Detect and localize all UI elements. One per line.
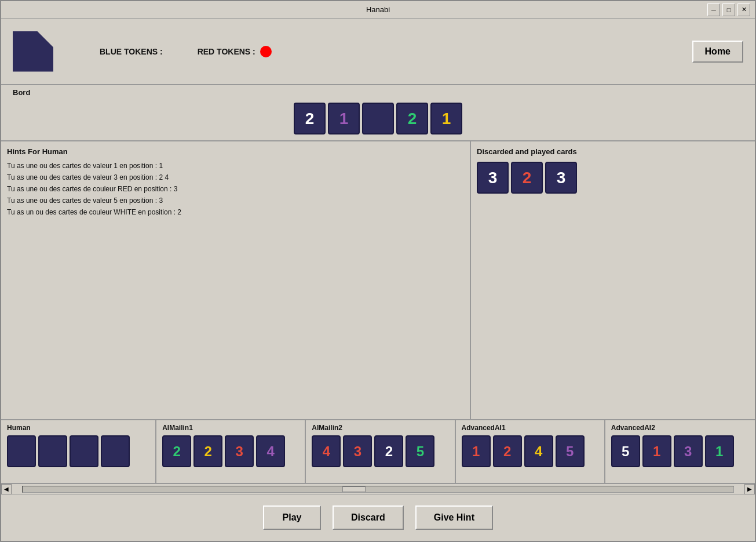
player-aimalin1-cards: 2 2 3 4: [162, 435, 299, 467]
advancedai2-card-0[interactable]: 5: [611, 435, 640, 467]
player-aimalin2-name: AIMailin2: [312, 424, 448, 432]
scrollbar-track[interactable]: [22, 486, 734, 493]
aimalin2-card-2[interactable]: 2: [374, 435, 403, 467]
aimalin2-card-3[interactable]: 5: [406, 435, 434, 467]
hint-line-2: Tu as une ou des cartes de couleur RED e…: [7, 185, 464, 193]
give-hint-button[interactable]: Give Hint: [415, 505, 493, 530]
red-tokens-label: RED TOKENS :: [198, 47, 255, 56]
minimize-button[interactable]: ─: [707, 3, 720, 16]
hint-line-4: Tu as un ou des cartes de couleur WHITE …: [7, 208, 464, 216]
red-token-icon: [260, 46, 272, 57]
play-button[interactable]: Play: [263, 505, 321, 530]
advancedai1-card-3[interactable]: 5: [556, 435, 585, 467]
aimalin2-card-0[interactable]: 4: [312, 435, 341, 467]
advancedai1-card-2[interactable]: 4: [524, 435, 553, 467]
aimalin1-card-2[interactable]: 3: [225, 435, 254, 467]
board-card-3: 2: [396, 103, 428, 134]
aimalin1-card-1[interactable]: 2: [193, 435, 222, 467]
board-card-4: 1: [430, 103, 462, 134]
hint-line-3: Tu as une ou des cartes de valeur 5 en p…: [7, 197, 464, 205]
board-card-1: 1: [328, 103, 360, 134]
player-aimalin2: AIMailin2 4 3 2 5: [306, 420, 455, 483]
board-section: Bord 2 1 2 1: [1, 85, 755, 141]
scrollbar-right-arrow[interactable]: ▶: [744, 484, 755, 494]
scrollbar-thumb[interactable]: [342, 486, 366, 492]
aimalin2-card-1[interactable]: 3: [343, 435, 372, 467]
discarded-card-0: 3: [477, 162, 509, 194]
player-advancedai1-name: AdvancedAI1: [462, 424, 598, 432]
player-human-cards: [7, 435, 149, 467]
hint-line-1: Tu as une ou des cartes de valeur 3 en p…: [7, 173, 464, 181]
player-aimalin1-name: AIMailin1: [162, 424, 299, 432]
close-button[interactable]: ✕: [737, 3, 750, 16]
scrollbar[interactable]: ◀ ▶: [1, 484, 755, 494]
player-human: Human: [1, 420, 156, 483]
hints-panel: Hints For Human Tu as une ou des cartes …: [1, 141, 471, 419]
human-card-3[interactable]: [101, 435, 130, 467]
player-aimalin2-cards: 4 3 2 5: [312, 435, 448, 467]
discarded-card-1: 2: [511, 162, 543, 194]
advancedai1-card-0[interactable]: 1: [462, 435, 491, 467]
advancedai2-card-2[interactable]: 3: [674, 435, 703, 467]
board-card-0: 2: [294, 103, 326, 134]
header: BLUE TOKENS : RED TOKENS : Home: [1, 19, 755, 85]
hint-line-0: Tu as une ou des cartes de valeur 1 en p…: [7, 162, 464, 170]
hints-title: Hints For Human: [7, 147, 464, 156]
discarded-title: Discarded and played cards: [477, 147, 749, 156]
player-aimalin1: AIMailin1 2 2 3 4: [156, 420, 306, 483]
aimalin1-card-3[interactable]: 4: [256, 435, 285, 467]
discard-button[interactable]: Discard: [333, 505, 404, 530]
player-advancedai1: AdvancedAI1 1 2 4 5: [456, 420, 605, 483]
scrollbar-left-arrow[interactable]: ◀: [1, 484, 12, 494]
maximize-button[interactable]: □: [722, 3, 735, 16]
players-section: Human AIMailin1 2 2 3 4 AIMailin2 4 3: [1, 420, 755, 484]
human-card-2[interactable]: [70, 435, 98, 467]
discarded-panel: Discarded and played cards 3 2 3: [471, 141, 755, 419]
player-advancedai2-name: AdvancedAI2: [611, 424, 749, 432]
player-advancedai1-cards: 1 2 4 5: [462, 435, 598, 467]
window-title: Hanabi: [366, 5, 390, 14]
board-cards: 2 1 2 1: [13, 100, 743, 137]
board-label: Bord: [13, 88, 743, 97]
advancedai1-card-1[interactable]: 2: [493, 435, 522, 467]
action-buttons: Play Discard Give Hint: [1, 494, 755, 541]
aimalin1-card-0[interactable]: 2: [162, 435, 191, 467]
board-card-2: [362, 103, 394, 134]
human-card-1[interactable]: [38, 435, 67, 467]
discarded-cards: 3 2 3: [477, 162, 749, 194]
player-advancedai2: AdvancedAI2 5 1 3 1: [605, 420, 755, 483]
tokens-area: BLUE TOKENS : RED TOKENS :: [100, 46, 743, 57]
main-window: Hanabi ─ □ ✕ BLUE TOKENS : RED TOKENS : …: [0, 0, 756, 542]
player-advancedai2-cards: 5 1 3 1: [611, 435, 749, 467]
discarded-card-2: 3: [545, 162, 577, 194]
advancedai2-card-1[interactable]: 1: [642, 435, 671, 467]
human-card-0[interactable]: [7, 435, 36, 467]
title-bar: Hanabi ─ □ ✕: [1, 1, 755, 19]
advancedai2-card-3[interactable]: 1: [705, 435, 734, 467]
middle-section: Hints For Human Tu as une ou des cartes …: [1, 141, 755, 420]
window-controls: ─ □ ✕: [707, 3, 750, 16]
logo-icon: [13, 31, 53, 72]
blue-tokens-label: BLUE TOKENS :: [100, 47, 163, 56]
player-human-name: Human: [7, 424, 149, 432]
home-button[interactable]: Home: [692, 41, 743, 63]
